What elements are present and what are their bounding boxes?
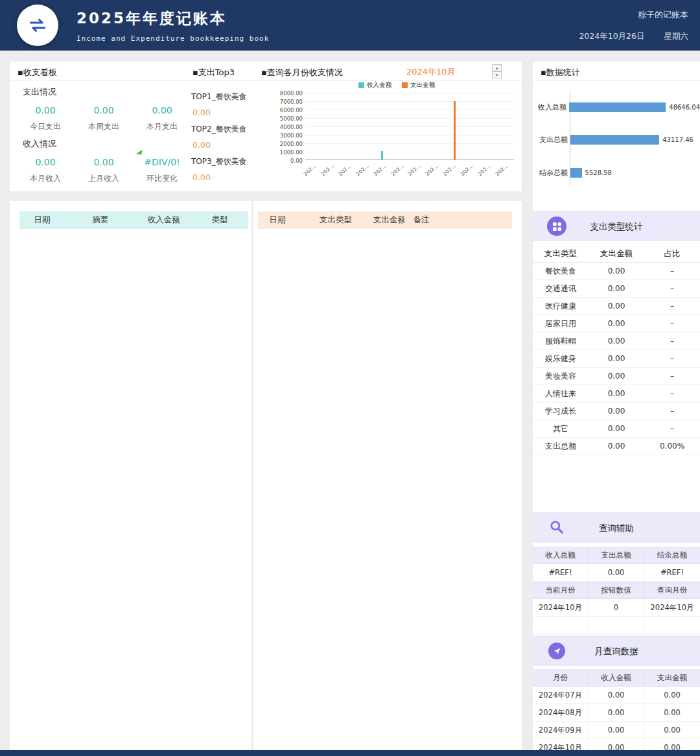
chart-gridline [305,93,514,93]
monthly-query-cell: 2024年08月 [533,704,589,722]
expense-stats-cell: 0.00 [589,368,644,385]
expense-stats-cell: 服饰鞋帽 [533,333,589,350]
y-axis-tick-label: 4000.00 [274,124,303,130]
expense-top3-list: TOP1_餐饮美食0.00TOP2_餐饮美食0.00TOP3_餐饮美食0.00 [191,88,264,185]
legend-item: 支出金额 [402,81,435,89]
swap-arrows-icon [27,14,49,36]
overview-panel: ▪收支看板 ▪支出Top3 ▪查询各月份收支情况 2024年10月 ▲ ▼ 支出… [10,62,522,191]
expense-stats-row: 服饰鞋帽0.00– [533,333,700,350]
income-table-panel: 日期摘要收入金额类型 [10,201,251,750]
y-axis-tick-label: 1000.00 [274,149,303,156]
y-axis-tick-label: 6000.00 [274,107,303,113]
selected-month-value[interactable]: 2024年10月 [406,66,456,78]
y-axis-tick-label: 5000.00 [274,115,303,122]
x-axis-tick-label: 202… [332,163,353,182]
query-assist-panel-header: 查询辅助 [533,512,700,543]
chart-legend: 收入金额支出金额 [274,81,519,89]
income-table-header-cell: 日期 [19,211,65,229]
dashboard-card-value: 0.00 [75,157,133,167]
expense-stats-header-cell: 占比 [644,245,700,262]
chart-gridline [305,126,514,127]
expense-stats-cell: 0.00 [589,263,644,280]
x-axis-tick-label: 202… [437,163,457,182]
query-assist-title: 查询辅助 [533,523,700,534]
expense-stats-header-cell: 支出类型 [533,245,589,262]
dashboard-card: #DIV/0!环比变化 [133,157,191,184]
expense-table-header-cell [438,211,512,229]
x-axis-tick-label: 202… [402,163,422,182]
account-owner: 粽子的记账本 [579,9,688,21]
spinner-down-button[interactable]: ▼ [492,71,502,78]
expense-stats-total-row: 支出总额0.000.00% [533,438,700,455]
monthly-query-header-cell: 月份 [533,669,589,687]
expense-stats-cell: – [644,368,700,385]
expense-stats-title: 支出类型统计 [533,221,700,233]
monthly-query-title: 月查询数据 [533,646,700,657]
query-assist-cell: 收入总额 [533,547,589,564]
income-group-label: 收入情况 [23,138,192,150]
expense-table-header-cell: 支出金额 [375,211,404,229]
stats-section-header-row: ▪数据统计 [533,62,700,81]
expense-stats-cell: – [644,280,700,298]
totals-bar [570,135,659,145]
expense-stats-cell: – [644,403,700,420]
dashboard-card-value: #DIV/0! [133,157,191,167]
query-assist-header-row: 当前月份按钮数值查询月份 [533,582,700,599]
income-table-header-cell: 摘要 [65,211,136,229]
income-cards: 0.00本月收入0.00上月收入#DIV/0!环比变化 [16,157,192,184]
overview-section-header-row: ▪收支看板 ▪支出Top3 ▪查询各月份收支情况 2024年10月 ▲ ▼ [10,62,522,81]
top3-item-value: 0.00 [192,108,264,117]
section-title-top3: ▪支出Top3 [192,67,235,78]
dashboard-card: 0.00今日支出 [16,105,75,132]
monthly-query-cell: 0.00 [644,722,700,739]
query-assist-header-row: 收入总额支出总额结余总额 [533,547,700,564]
query-assist-cell: 0.00 [589,564,644,582]
page: 2025年年度记账本 Income and Expenditure bookke… [0,0,700,756]
chart-gridline [305,101,514,102]
expense-stats-cell: – [644,263,700,280]
sidebar: ▪数据统计 收入总额48646.04支出总额43117.46结余总额5528.5… [533,62,700,756]
totals-bar-value: 48646.04 [669,104,700,111]
totals-bar-label: 支出总额 [533,135,568,145]
expense-group-label: 支出情况 [23,86,192,98]
section-title-dashboard: ▪收支看板 [18,67,57,78]
footer-bar [0,750,700,756]
monthly-query-cell: 0.00 [589,687,644,704]
x-axis-tick-label: 202… [471,163,491,182]
expense-stats-table-header: 支出类型支出金额占比 [533,245,700,263]
dashboard-card: 0.00本月支出 [133,105,191,132]
dashboard-card-value: 0.00 [16,105,75,115]
app-header: 2025年年度记账本 Income and Expenditure bookke… [0,0,700,51]
expense-stats-row: 交通通讯0.00– [533,280,700,298]
dashboard-card: 0.00本周支出 [75,105,133,132]
current-weekday: 星期六 [664,31,689,41]
query-assist-cell [533,617,589,634]
chart-gridline [305,143,514,144]
expense-stats-cell: – [644,298,700,315]
expense-table-panel: 日期支出类型支出金额备注 [253,201,522,750]
dashboard-card-label: 本月支出 [133,121,191,132]
expense-stats-cell: 0.00 [589,350,644,368]
header-meta: 粽子的记账本 2024年10月26日星期六 [579,9,688,42]
expense-cards: 0.00今日支出0.00本周支出0.00本月支出 [16,105,192,132]
expense-table-header-cell: 日期 [258,211,297,229]
expense-stats-cell: 0.00 [589,315,644,333]
expense-stats-cell: 医疗健康 [533,298,589,315]
app-subtitle: Income and Expenditure bookkeeping book [76,34,269,43]
query-assist-cell: #REF! [644,564,700,582]
monthly-query-header-cell: 收入金额 [589,669,644,687]
query-assist-cell: 当前月份 [533,582,589,599]
top3-item: TOP2_餐饮美食0.00 [191,120,264,152]
y-axis-tick-label: 3000.00 [274,132,303,139]
totals-bar-row: 结余总额5528.58 [533,158,700,187]
monthly-query-cell: 0.00 [644,704,700,722]
query-assist-cell: 2024年10月 [644,599,700,617]
query-assist-row: 2024年10月02024年10月 [533,599,700,617]
legend-swatch [358,82,364,88]
expense-stats-cell: – [644,385,700,403]
chart-gridline [305,118,514,119]
totals-bar-label: 结余总额 [533,168,568,178]
expense-stats-row: 娱乐健身0.00– [533,350,700,368]
spinner-up-button[interactable]: ▲ [492,64,502,71]
top3-item: TOP3_餐饮美食0.00 [191,152,264,185]
